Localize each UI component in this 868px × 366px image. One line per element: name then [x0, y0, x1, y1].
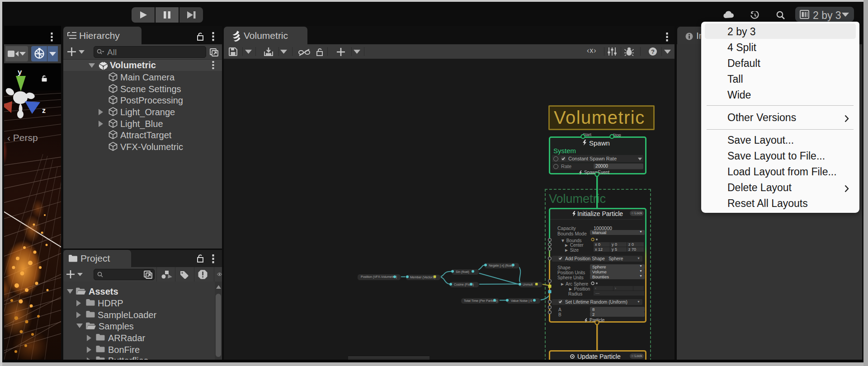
svg-text:?: ? — [651, 48, 655, 55]
svg-text:y: y — [18, 68, 22, 76]
svg-text:z: z — [42, 107, 46, 114]
